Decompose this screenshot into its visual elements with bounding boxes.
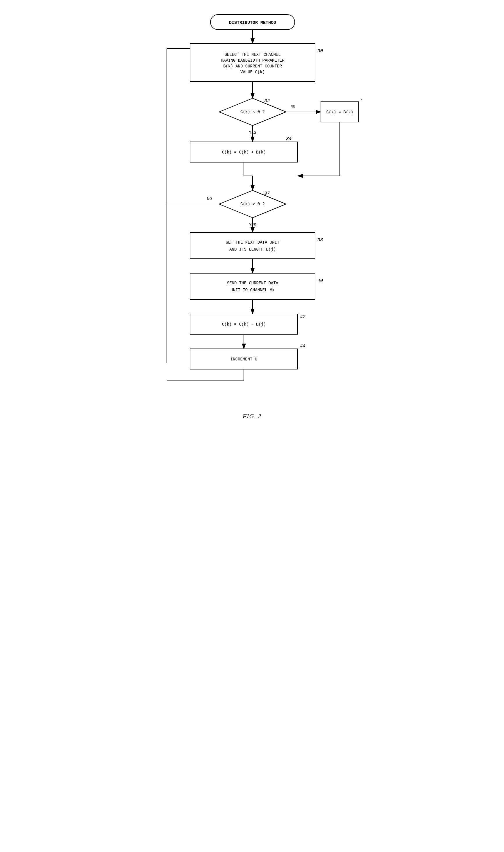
svg-text:NO: NO: [290, 104, 295, 109]
svg-text:NO: NO: [207, 197, 212, 201]
svg-text:UNIT TO CHANNEL #k: UNIT TO CHANNEL #k: [231, 288, 274, 292]
svg-text:38: 38: [318, 237, 323, 243]
fig-label: FIG. 2: [243, 413, 262, 420]
svg-text:GET THE NEXT DATA UNIT: GET THE NEXT DATA UNIT: [226, 240, 279, 245]
svg-rect-42: [190, 273, 315, 300]
svg-text:C(k) = B(k): C(k) = B(k): [326, 110, 353, 114]
svg-text:AND ITS LENGTH D(j): AND ITS LENGTH D(j): [229, 247, 276, 252]
page: DISTRIBUTOR METHOD 30 SELECT THE NEXT CH…: [126, 0, 378, 426]
svg-text:SEND THE CURRENT DATA: SEND THE CURRENT DATA: [227, 281, 278, 286]
svg-text:44: 44: [300, 344, 305, 349]
svg-text:37: 37: [264, 191, 270, 196]
svg-text:34: 34: [286, 136, 291, 142]
svg-text:VALUE C(k): VALUE C(k): [240, 70, 265, 74]
svg-text:HAVING BANDWIDTH PARAMETER: HAVING BANDWIDTH PARAMETER: [221, 58, 284, 63]
svg-text:42: 42: [300, 314, 306, 320]
flowchart: DISTRIBUTOR METHOD 30 SELECT THE NEXT CH…: [144, 9, 362, 401]
svg-text:32: 32: [264, 98, 270, 104]
svg-text:C(k) > 0 ?: C(k) > 0 ?: [240, 202, 265, 206]
svg-text:SELECT THE NEXT CHANNEL: SELECT THE NEXT CHANNEL: [224, 52, 281, 57]
svg-text:40: 40: [318, 278, 323, 284]
svg-text:C(k) = C(k) + B(k): C(k) = C(k) + B(k): [222, 150, 266, 155]
svg-text:30: 30: [318, 49, 323, 54]
svg-text:C(k) ≤ 0 ?: C(k) ≤ 0 ?: [240, 110, 265, 114]
svg-rect-37: [190, 233, 315, 259]
svg-text:36: 36: [361, 96, 362, 102]
svg-text:B(k) AND CURRENT COUNTER: B(k) AND CURRENT COUNTER: [223, 64, 282, 69]
start-label: DISTRIBUTOR METHOD: [229, 20, 276, 25]
svg-text:INCREMENT U: INCREMENT U: [230, 357, 257, 362]
svg-text:C(k) = C(k) − D(j): C(k) = C(k) − D(j): [222, 322, 266, 327]
